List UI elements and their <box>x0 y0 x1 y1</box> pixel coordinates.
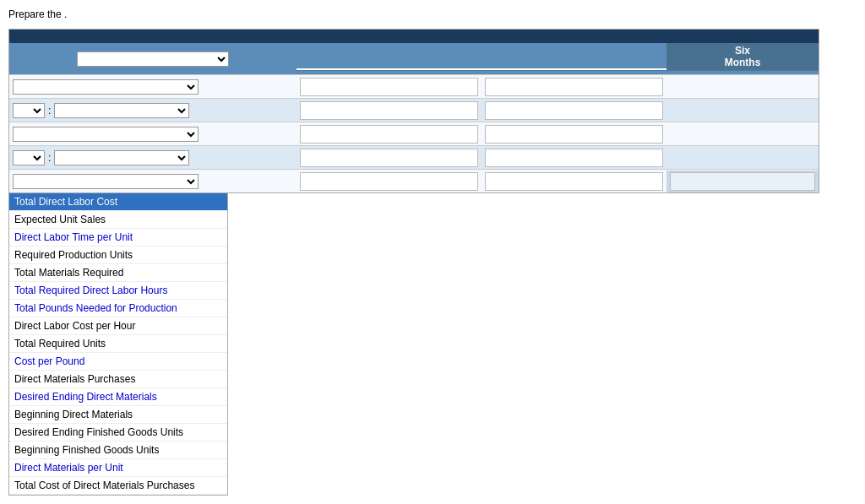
quarter-label <box>296 43 666 70</box>
dropdown-item-9[interactable]: Cost per Pound <box>9 353 227 371</box>
row-4-q2-cell <box>481 147 666 169</box>
row-4-q1-cell <box>296 147 481 169</box>
row-5-q1-cell <box>296 171 481 192</box>
row-2-q2-input[interactable] <box>485 101 663 120</box>
dropdown-item-16[interactable]: Total Cost of Direct Materials Purchases <box>9 477 227 495</box>
row-3-q1-input[interactable] <box>300 125 478 144</box>
subheader-row: SixMonths <box>9 43 819 74</box>
period-dropdown-cell <box>9 43 296 74</box>
intro-paragraph: Prepare the . <box>8 8 857 20</box>
row-4-q2-input[interactable] <box>485 149 663 167</box>
six-months-header: SixMonths <box>666 43 819 70</box>
quarter-2-label <box>481 71 666 74</box>
row-5-six-months-input[interactable] <box>670 172 815 191</box>
column-headers: SixMonths <box>296 43 819 74</box>
row-1-q1-input[interactable] <box>300 78 478 96</box>
row-5-q2-cell <box>481 171 666 192</box>
row-4-colon: : <box>46 152 52 164</box>
dropdown-item-3[interactable]: Required Production Units <box>9 247 227 264</box>
dropdown-item-2[interactable]: Direct Labor Time per Unit <box>9 229 227 247</box>
dropdown-item-8[interactable]: Total Required Units <box>9 335 227 353</box>
quarter-label-row: SixMonths <box>296 43 819 71</box>
dropdown-item-4[interactable]: Total Materials Required <box>9 264 227 282</box>
dropdown-item-6[interactable]: Total Pounds Needed for Production <box>9 300 227 317</box>
row-5-six-months-cell <box>666 171 819 192</box>
row-2-q1-cell <box>296 100 481 122</box>
row-2-left: : <box>9 100 296 121</box>
row-2-cells <box>296 100 819 122</box>
dropdown-item-1[interactable]: Expected Unit Sales <box>9 211 227 229</box>
row-1-select[interactable] <box>13 79 199 95</box>
dropdown-area: Total Direct Labor CostExpected Unit Sal… <box>8 193 857 496</box>
dropdown-item-11[interactable]: Desired Ending Direct Materials <box>9 388 227 406</box>
row-5-select[interactable] <box>13 174 199 189</box>
row-1-q1-cell <box>296 76 481 98</box>
row-3-q2-cell <box>481 123 666 145</box>
dropdown-item-15[interactable]: Direct Materials per Unit <box>9 459 227 477</box>
row-4-left: : <box>9 148 296 168</box>
row-2-select-right[interactable] <box>54 103 189 118</box>
dropdown-item-0[interactable]: Total Direct Labor Cost <box>9 193 227 211</box>
row-1-left <box>9 77 296 97</box>
data-row-5 <box>9 169 819 192</box>
row-3-cells <box>296 123 819 145</box>
dropdown-item-13[interactable]: Desired Ending Finished Goods Units <box>9 424 227 442</box>
data-row-1 <box>9 74 819 98</box>
row-1-cells <box>296 76 819 98</box>
row-5-left <box>9 171 296 192</box>
quarter-nums-row <box>296 71 819 74</box>
dropdown-item-12[interactable]: Beginning Direct Materials <box>9 406 227 424</box>
row-2-select-left[interactable] <box>13 103 45 118</box>
dropdown-item-14[interactable]: Beginning Finished Goods Units <box>9 442 227 459</box>
row-4-select-right[interactable] <box>54 150 189 165</box>
dropdown-panel: Total Direct Labor CostExpected Unit Sal… <box>8 193 228 496</box>
row-5-q1-input[interactable] <box>300 172 478 191</box>
period-select[interactable] <box>77 51 229 67</box>
row-3-left <box>9 124 296 144</box>
row-2-q2-cell <box>481 100 666 122</box>
dropdown-item-10[interactable]: Direct Materials Purchases <box>9 371 227 388</box>
dropdown-item-7[interactable]: Direct Labor Cost per Hour <box>9 317 227 335</box>
row-1-q2-input[interactable] <box>485 78 663 96</box>
row-2-colon: : <box>46 105 52 117</box>
row-4-cells <box>296 147 819 169</box>
budget-header <box>9 30 819 43</box>
quarter-1-label <box>296 71 481 74</box>
row-5-cells <box>296 171 819 192</box>
data-row-3 <box>9 122 819 145</box>
row-1-q2-cell <box>481 76 666 98</box>
data-row-4: : <box>9 145 819 169</box>
row-4-select-left[interactable] <box>13 150 45 165</box>
row-4-q1-input[interactable] <box>300 149 478 167</box>
budget-table: SixMonths <box>8 29 819 193</box>
dropdown-item-5[interactable]: Total Required Direct Labor Hours <box>9 282 227 300</box>
row-3-q2-input[interactable] <box>485 125 663 144</box>
data-row-2: : <box>9 98 819 122</box>
row-2-q1-input[interactable] <box>300 101 478 120</box>
row-5-q2-input[interactable] <box>485 172 663 191</box>
row-3-q1-cell <box>296 123 481 145</box>
row-3-select[interactable] <box>13 127 199 142</box>
